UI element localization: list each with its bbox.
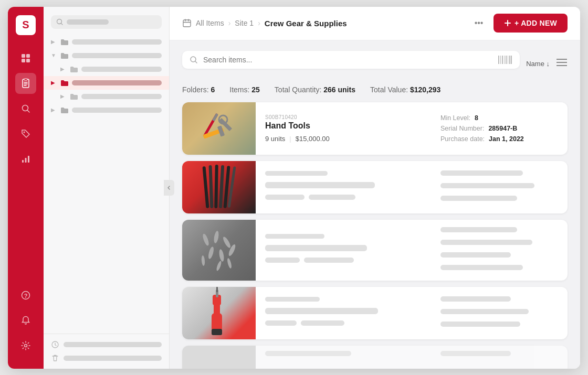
nav-bottom [44,334,169,369]
meta-sep: | [289,135,291,143]
gear-icon[interactable] [15,335,36,356]
chart-icon[interactable] [15,148,36,169]
nav-search-area [44,7,169,33]
svg-point-57 [201,255,205,265]
nav-tree-item[interactable]: ▶ [44,103,169,117]
stat-quantity: Total Quantity: 266 units [275,85,355,94]
folder-icon [70,93,78,100]
nav-search-icon [56,18,64,26]
svg-rect-47 [214,164,218,208]
sort-button[interactable]: Name ↓ [526,60,550,68]
screws-image [193,224,245,276]
item-card[interactable] [182,220,568,281]
placeholder [440,322,520,327]
nav-tree-item[interactable]: ▶ [44,90,169,103]
svg-rect-65 [216,287,218,292]
nav-tree-item[interactable]: ▶ [44,62,169,76]
nav-history-item[interactable] [51,340,162,349]
bell-icon[interactable] [15,310,36,331]
placeholder [265,258,300,263]
svg-rect-0 [22,54,25,58]
nav-search-box[interactable] [51,15,162,29]
search-input[interactable] [203,56,492,64]
placeholder [265,308,378,314]
handtools-image [193,102,245,155]
placeholder [265,171,328,176]
placeholder [440,240,532,245]
placeholder [265,245,367,251]
svg-rect-29 [498,56,499,64]
folders-value: 6 [211,85,215,94]
nav-trash-label [64,356,162,361]
svg-point-54 [207,246,215,259]
placeholder [440,309,529,314]
stats-bar: Folders: 6 Items: 25 Total Quantity: 266… [182,85,568,94]
svg-rect-63 [212,329,222,335]
nav-tree-item[interactable]: ▼ [44,49,169,62]
sort-label: Name ↓ [526,60,550,68]
purchase-label: Purchase date: [440,135,485,143]
item-name: Hand Tools [265,121,422,131]
serial-row: Serial Number: 285947-B [440,125,558,132]
folder-icon [60,106,69,114]
serial-label: Serial Number: [440,125,484,132]
chevron-left-icon [166,185,172,190]
placeholder [440,296,511,302]
item-card[interactable] [182,161,568,213]
purchase-value: Jan 1, 2022 [489,135,524,143]
min-level-row: Min Level: 8 [440,114,558,122]
folder-icon [60,38,69,46]
placeholder [265,182,375,188]
item-card[interactable] [182,287,568,339]
item-card[interactable] [182,346,568,369]
items-label: Items: [229,85,249,94]
more-options-button[interactable]: ••• [470,15,487,31]
quantity-value: 266 units [323,85,355,94]
svg-rect-32 [504,56,505,64]
svg-rect-36 [511,56,512,64]
search-icon[interactable] [15,98,36,119]
content-area: Name ↓ Folders: 6 Items: [170,40,580,369]
breadcrumb-site[interactable]: Site 1 [235,19,254,27]
item-details-placeholder [431,161,568,213]
svg-rect-48 [219,165,224,208]
item-image [182,287,256,339]
folder-icon [70,66,78,73]
placeholder [265,297,320,302]
placeholder [265,234,324,239]
item-card[interactable]: S00B710420 Hand Tools 9 units | $15,000.… [182,102,568,155]
plus-icon [504,19,511,27]
placeholder [440,196,517,201]
svg-rect-30 [500,56,501,64]
placeholder [440,351,511,356]
inventory-icon[interactable] [15,73,36,94]
list-view-button[interactable] [556,58,568,70]
nav-trash-item[interactable] [51,354,162,362]
svg-point-53 [222,235,232,249]
svg-rect-3 [26,59,30,62]
item-details-placeholder [431,287,568,339]
item-sku: S00B710420 [265,114,422,120]
placeholder [304,258,354,263]
sidebar-nav-group [15,48,36,285]
nav-tree: ▶ ▼ ▶ [44,33,169,334]
add-new-button[interactable]: + ADD NEW [494,14,568,33]
nav-tree-item-active[interactable]: ▶ [44,76,169,90]
item-meta: 9 units | $15,000.00 [265,135,422,143]
breadcrumb-all-items[interactable]: All Items [196,19,224,27]
nav-collapse-button[interactable] [164,180,174,196]
item-body: S00B710420 Hand Tools 9 units | $15,000.… [256,102,431,155]
tag-icon[interactable] [15,123,36,144]
history-icon [51,340,59,349]
svg-point-17 [25,344,27,347]
sidebar-icons: S [8,7,44,369]
folder-icon [60,52,69,59]
grid-icon[interactable] [15,48,36,69]
nav-tree-item[interactable]: ▶ [44,35,169,49]
svg-rect-1 [26,54,30,58]
svg-rect-31 [502,56,503,64]
help-icon[interactable]: ? [15,285,36,306]
chevron-down-icon: ▼ [51,52,57,58]
add-new-label: + ADD NEW [514,19,557,27]
item-body-placeholder [256,220,431,281]
